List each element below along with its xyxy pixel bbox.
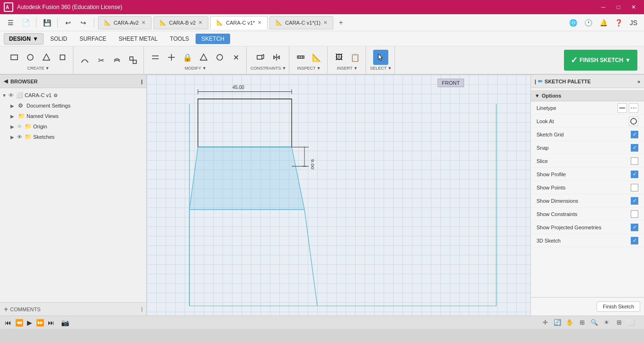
- select-tool[interactable]: [373, 50, 388, 65]
- bell-button[interactable]: 🔔: [597, 16, 610, 29]
- tab-cara-cv1[interactable]: 📐 CARA-C v1* ✕: [210, 16, 268, 29]
- undo-button[interactable]: ↩: [62, 16, 75, 29]
- look-at-icon[interactable]: [629, 117, 638, 126]
- menu-tab-sketch[interactable]: SKETCH: [196, 34, 230, 44]
- browser-pin-icon[interactable]: |: [141, 79, 143, 84]
- timeline-prev-first[interactable]: ⏮: [4, 318, 12, 327]
- expand-icon-origin[interactable]: ▶: [10, 124, 17, 129]
- tree-item-sketches[interactable]: ▶ 👁 📁 Sketches: [0, 132, 146, 142]
- status-zoom-extent-btn[interactable]: ⊞: [577, 317, 587, 328]
- trim-tool[interactable]: ✂: [93, 53, 108, 68]
- timeline-next-last[interactable]: ⏭: [47, 318, 55, 327]
- timeline-play[interactable]: ▶: [26, 318, 33, 327]
- new-tab-button[interactable]: +: [335, 17, 347, 28]
- timeline-prev[interactable]: ⏪: [14, 318, 24, 327]
- menu-tab-solid[interactable]: SOLID: [45, 34, 73, 44]
- insert-image-tool[interactable]: 🖼: [331, 50, 347, 65]
- linetype-icon-2[interactable]: [629, 103, 638, 113]
- ruler-tool[interactable]: 📐: [309, 50, 324, 65]
- eye-icon-sketches[interactable]: 👁: [17, 134, 24, 140]
- line-arc-tool[interactable]: [77, 53, 92, 68]
- offset-tool[interactable]: [109, 53, 125, 68]
- status-display-mode-btn[interactable]: ☀: [601, 317, 612, 328]
- item-settings-root[interactable]: ⚙: [54, 93, 58, 98]
- lock-tool[interactable]: 🔒: [180, 50, 195, 65]
- palette-row-snap[interactable]: Snap: [531, 141, 644, 154]
- status-grid-btn[interactable]: ⊞: [614, 317, 624, 328]
- palette-row-sketch-grid[interactable]: Sketch Grid: [531, 128, 644, 141]
- show-points-checkbox[interactable]: [631, 184, 638, 191]
- palette-row-3d-sketch[interactable]: 3D Sketch: [531, 234, 644, 247]
- tree-item-named-views[interactable]: ▶ 📁 Named Views: [0, 111, 146, 121]
- tree-item-origin[interactable]: ▶ 👁 📁 Origin: [0, 121, 146, 132]
- status-view-cube-btn[interactable]: ⬜: [626, 317, 636, 328]
- design-dropdown[interactable]: DESIGN ▼: [4, 33, 44, 45]
- menu-tab-surface[interactable]: SURFACE: [74, 34, 112, 44]
- circle-constraint[interactable]: [212, 50, 227, 65]
- app-menu-button[interactable]: ☰: [4, 16, 17, 29]
- perpendicular-tool[interactable]: [164, 50, 179, 65]
- tab-close-3[interactable]: ✕: [258, 20, 261, 25]
- point-tool[interactable]: [55, 50, 70, 65]
- linetype-icon-1[interactable]: [617, 103, 627, 113]
- new-file-button[interactable]: 📄: [19, 16, 32, 29]
- clock-button[interactable]: 🕐: [581, 16, 595, 29]
- menu-tab-tools[interactable]: TOOLS: [164, 34, 195, 44]
- palette-row-show-constraints[interactable]: Show Constraints: [531, 208, 644, 221]
- status-orbit-btn[interactable]: 🔄: [552, 317, 563, 328]
- palette-row-show-points[interactable]: Show Points: [531, 181, 644, 194]
- redo-button[interactable]: ↪: [77, 16, 90, 29]
- show-constraints-checkbox[interactable]: [631, 210, 638, 218]
- tab-cara-bv2[interactable]: 📐 CARA-B v2 ✕: [153, 16, 208, 29]
- palette-collapse-icon[interactable]: |: [535, 79, 536, 84]
- expand-icon-sketches[interactable]: ▶: [10, 135, 17, 140]
- sketch-3d-tool[interactable]: [253, 50, 268, 65]
- save-button[interactable]: 💾: [40, 16, 54, 29]
- browser-collapse-icon[interactable]: ◀: [4, 78, 8, 84]
- minimize-button[interactable]: ─: [597, 2, 610, 12]
- close-button[interactable]: ✕: [627, 2, 640, 12]
- show-dimensions-checkbox[interactable]: [631, 197, 638, 205]
- show-projected-checkbox[interactable]: [631, 224, 638, 231]
- tab-cara-cv1-1[interactable]: 📐 CARA-C v1*(1) ✕: [269, 16, 333, 29]
- finish-sketch-button[interactable]: ✓ FINISH SKETCH ▼: [564, 50, 637, 71]
- expand-icon-doc[interactable]: ▶: [10, 103, 17, 108]
- triangle-tool[interactable]: [39, 50, 54, 65]
- parallel-tool[interactable]: [148, 50, 163, 65]
- fillet-tool[interactable]: [125, 53, 141, 68]
- status-zoom-btn[interactable]: 🔍: [589, 317, 599, 328]
- show-profile-checkbox[interactable]: [631, 171, 638, 178]
- insert-dxf-tool[interactable]: 📋: [348, 50, 363, 65]
- tab-close-2[interactable]: ✕: [198, 20, 202, 25]
- comments-add-icon[interactable]: +: [4, 305, 8, 314]
- eye-icon-root[interactable]: 👁: [9, 92, 15, 98]
- expand-icon-views[interactable]: ▶: [10, 114, 17, 119]
- palette-row-show-projected[interactable]: Show Projected Geometries: [531, 221, 644, 234]
- status-pan-btn[interactable]: ✋: [564, 317, 575, 328]
- circle-tool[interactable]: [23, 50, 38, 65]
- sketch-grid-checkbox[interactable]: [631, 131, 638, 138]
- snap-checkbox[interactable]: [631, 144, 638, 152]
- palette-row-slice[interactable]: Slice: [531, 154, 644, 168]
- palette-row-show-dimensions[interactable]: Show Dimensions: [531, 194, 644, 208]
- user-button[interactable]: JS: [627, 16, 640, 29]
- timeline-next[interactable]: ⏩: [35, 318, 45, 327]
- maximize-button[interactable]: □: [612, 2, 625, 12]
- palette-expand-icon[interactable]: »: [637, 79, 640, 84]
- tab-close-1[interactable]: ✕: [142, 20, 145, 25]
- eye-icon-origin[interactable]: 👁: [17, 124, 24, 129]
- mirror-tool[interactable]: [269, 50, 284, 65]
- menu-tab-sheet-metal[interactable]: SHEET METAL: [113, 34, 163, 44]
- tab-cara-av2[interactable]: 📐 CARA-Av2 ✕: [98, 16, 152, 29]
- online-button[interactable]: 🌐: [566, 16, 580, 29]
- tab-close-4[interactable]: ✕: [323, 20, 327, 25]
- options-arrow[interactable]: ▼: [535, 93, 540, 99]
- status-move-btn[interactable]: ✛: [540, 317, 550, 328]
- 3d-sketch-checkbox[interactable]: [631, 237, 638, 244]
- canvas-area[interactable]: 45.00 9.00 FRONT: [147, 75, 530, 316]
- measure-tool[interactable]: [293, 50, 308, 65]
- slice-checkbox[interactable]: [631, 157, 638, 165]
- finish-sketch-palette-button[interactable]: Finish Sketch: [597, 301, 640, 312]
- cross-tool[interactable]: ✕: [228, 50, 243, 65]
- palette-row-show-profile[interactable]: Show Profile: [531, 168, 644, 181]
